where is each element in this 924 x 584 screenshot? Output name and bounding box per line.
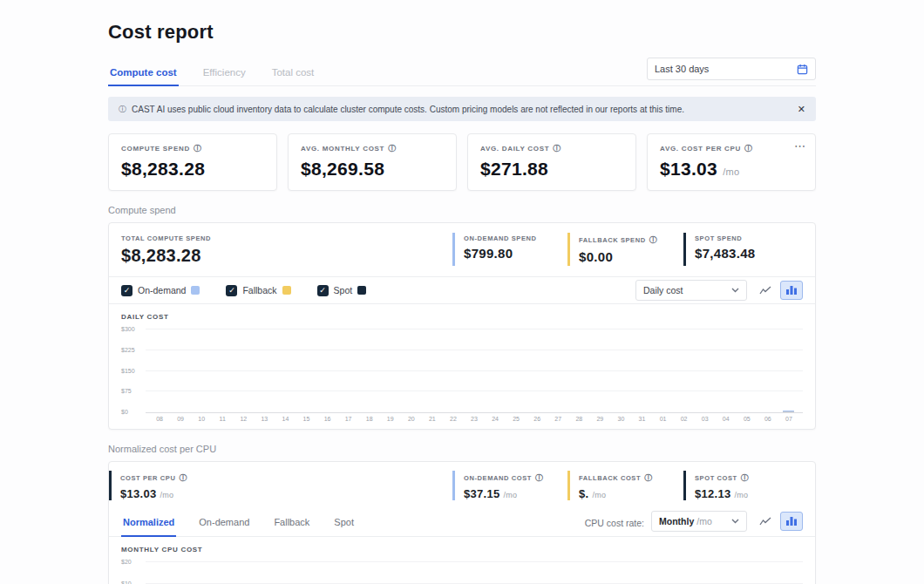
info-icon[interactable]: ⓘ	[553, 143, 561, 154]
bar-chart-toggle[interactable]	[780, 281, 803, 300]
series-toggles: ✓ On-demand ✓ Fallback ✓ Spot	[121, 285, 366, 296]
y-axis-tick: $0	[121, 409, 142, 415]
bar	[589, 562, 610, 584]
bar	[317, 329, 338, 412]
tab-normalized[interactable]: Normalized	[121, 509, 176, 537]
bar	[149, 329, 170, 412]
tab-compute-cost[interactable]: Compute cost	[108, 62, 179, 86]
cost-view-select[interactable]: Daily cost	[635, 280, 747, 301]
rate-suffix: /mo	[696, 516, 712, 526]
x-axis-tick: 08	[149, 416, 170, 422]
close-icon[interactable]: ✕	[798, 104, 805, 115]
x-axis-tick: 06	[758, 416, 778, 422]
info-icon[interactable]: ⓘ	[535, 472, 544, 484]
x-axis-tick: 18	[359, 416, 380, 422]
bar	[778, 329, 799, 412]
bar	[422, 562, 443, 584]
x-axis-tick: 04	[716, 416, 737, 422]
bar	[737, 329, 758, 412]
x-axis-tick: 10	[191, 416, 212, 422]
x-axis-tick: 19	[380, 416, 401, 422]
stat-value: $799.80	[464, 246, 567, 261]
checkbox-checked-icon[interactable]: ✓	[226, 285, 237, 296]
bar	[778, 562, 799, 584]
bar-chart-icon	[786, 517, 797, 526]
info-icon[interactable]: ⓘ	[194, 143, 202, 154]
info-icon[interactable]: ⓘ	[744, 143, 753, 154]
bar-chart-toggle[interactable]	[780, 512, 803, 531]
bar	[506, 329, 527, 412]
toggle-spot[interactable]: ✓ Spot	[317, 285, 367, 296]
stat-label: TOTAL COMPUTE SPEND	[121, 234, 211, 242]
bar	[170, 329, 191, 412]
kebab-menu-icon[interactable]: ⋯	[794, 139, 806, 153]
tab-total-cost[interactable]: Total cost	[270, 62, 316, 85]
bar	[737, 562, 758, 584]
info-icon[interactable]: ⓘ	[644, 472, 653, 484]
bar	[653, 562, 674, 584]
bar	[275, 329, 296, 412]
bar	[191, 329, 212, 412]
stat-card-unit: /mo	[723, 166, 739, 177]
cpu-cost-rate-label: CPU cost rate:	[585, 518, 644, 528]
y-axis-tick: $225	[121, 347, 142, 353]
x-axis-tick: 20	[401, 416, 422, 422]
stat-value: $7,483.48	[695, 246, 815, 261]
line-chart-icon	[759, 286, 771, 295]
bar	[359, 329, 380, 412]
info-icon[interactable]: ⓘ	[388, 143, 397, 154]
stat-card-avg-cost-per-cpu: AVG. COST PER CPUⓘ $13.03 /mo ⋯	[647, 133, 816, 191]
date-range-value: Last 30 days	[655, 64, 709, 74]
stat-card-compute-spend: COMPUTE SPENDⓘ $8,283.28	[108, 133, 277, 191]
stat-value: $13.03	[120, 487, 157, 500]
tab-on-demand[interactable]: On-demand	[197, 509, 251, 536]
x-axis-labels: 0809101112131415161718192021222324252627…	[146, 413, 803, 422]
bar-chart-icon	[786, 286, 797, 295]
x-axis-tick: 31	[631, 416, 652, 422]
toggle-fallback[interactable]: ✓ Fallback	[226, 285, 290, 296]
tab-spot[interactable]: Spot	[332, 509, 356, 536]
toggle-on-demand[interactable]: ✓ On-demand	[121, 285, 200, 296]
plot-area: $0$10$20	[146, 562, 803, 584]
tab-efficiency[interactable]: Efficiency	[201, 62, 248, 85]
chevron-down-icon	[731, 288, 739, 293]
stat-value: $0.00	[579, 249, 683, 264]
bar	[338, 329, 359, 412]
daily-cost-chart-box: DAILY COST $0$75$150$225$300080910111213…	[109, 304, 815, 429]
cpu-cost-stats: COST PER CPUⓘ $13.03 /mo ON-DEMAND COSTⓘ…	[109, 462, 815, 509]
date-range-picker[interactable]: Last 30 days	[647, 58, 816, 80]
bar-segment-projected	[783, 411, 794, 412]
x-axis-tick: 14	[275, 416, 296, 422]
rate-value: Monthly	[659, 516, 694, 526]
chart-title: DAILY COST	[121, 313, 803, 321]
total-compute-spend-stat: TOTAL COMPUTE SPEND $8,283.28	[109, 233, 452, 266]
info-banner: ⓘ CAST AI uses public cloud inventory da…	[108, 97, 816, 121]
fallback-swatch	[282, 286, 291, 295]
stat-card-value: $8,269.58	[301, 159, 444, 180]
x-axis-tick: 01	[653, 416, 674, 422]
tab-fallback[interactable]: Fallback	[272, 509, 311, 536]
info-icon[interactable]: ⓘ	[179, 472, 187, 484]
bar	[233, 329, 254, 412]
stat-card-label: COMPUTE SPEND	[121, 145, 190, 153]
stat-unit: /mo	[160, 491, 173, 499]
stat-value: $37.15	[464, 487, 500, 500]
info-icon[interactable]: ⓘ	[649, 234, 658, 246]
x-axis-tick: 27	[547, 416, 568, 422]
info-icon[interactable]: ⓘ	[741, 472, 750, 484]
stat-cards-row: COMPUTE SPENDⓘ $8,283.28 AVG. MONTHLY CO…	[108, 133, 816, 191]
stat-label: SPOT SPEND	[695, 234, 742, 242]
x-axis-tick: 29	[589, 416, 610, 422]
bar	[317, 562, 338, 584]
stat-value: $8,283.28	[121, 246, 452, 266]
bar	[296, 562, 316, 584]
toggle-label: Spot	[334, 285, 353, 295]
checkbox-checked-icon[interactable]: ✓	[317, 285, 329, 296]
bar	[695, 329, 716, 412]
top-tabs-row: Compute cost Efficiency Total cost Last …	[108, 58, 816, 86]
line-chart-toggle[interactable]	[754, 281, 777, 300]
section-title-cpu-cost: Normalized cost per CPU	[108, 444, 816, 454]
cpu-cost-rate-select[interactable]: Monthly/mo	[651, 511, 747, 532]
checkbox-checked-icon[interactable]: ✓	[121, 285, 132, 296]
line-chart-toggle[interactable]	[754, 512, 777, 531]
